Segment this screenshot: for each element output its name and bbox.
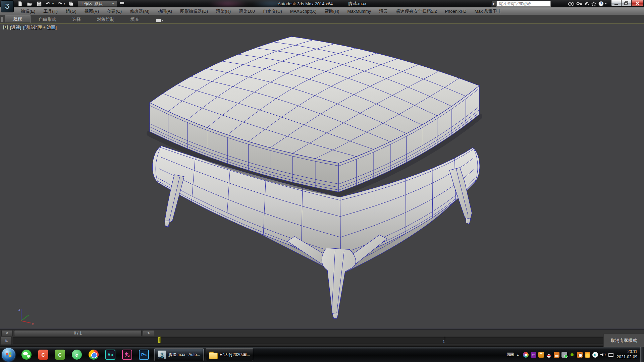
taskbar-app-wechat[interactable]: [18, 348, 35, 361]
menu-item[interactable]: Max 杀毒卫士: [471, 7, 505, 15]
search-input[interactable]: [496, 1, 551, 7]
tray-wangwang-icon[interactable]: [554, 352, 559, 358]
current-frame-marker[interactable]: [158, 337, 161, 343]
viewport-menu-shading[interactable]: [明暗处理 + 边面]: [23, 24, 57, 31]
ribbon-tab[interactable]: 建模: [5, 15, 31, 23]
infocenter-search: ▶: [491, 1, 551, 7]
tray-qq-icon[interactable]: [546, 352, 552, 358]
mini-curve-editor-button[interactable]: ⇅: [1, 337, 12, 345]
frame-tick-label: 1: [443, 340, 445, 344]
menu-item[interactable]: 帮助(H): [321, 7, 343, 15]
ottoman-wireframe-model: [0, 23, 644, 329]
undo-button[interactable]: [44, 0, 53, 7]
menu-item[interactable]: 组(G): [62, 7, 80, 15]
ribbon-grip-handle[interactable]: [1, 17, 3, 22]
open-file-button[interactable]: [25, 0, 34, 7]
viewport-menu-plus[interactable]: [+]: [3, 24, 8, 31]
3dsmax-app-button[interactable]: Ӡ: [1, 0, 14, 12]
menu-item[interactable]: 修改器(M): [126, 7, 154, 15]
menu-item[interactable]: 视图(V): [80, 7, 103, 15]
taskbar-clock[interactable]: 20:11 2021-02-09: [617, 349, 637, 360]
ribbon-tab[interactable]: 对象绘制: [89, 16, 122, 23]
close-button[interactable]: [631, 0, 643, 6]
workspace-selector[interactable]: 工作区: 默认 ▾: [78, 1, 117, 7]
search-history-arrow[interactable]: ▶: [491, 1, 496, 7]
save-button[interactable]: [35, 0, 43, 7]
tray-colorful-icon[interactable]: [523, 352, 529, 358]
time-slider-thumb[interactable]: 0 / 1: [14, 330, 142, 336]
tray-usb-drive-icon[interactable]: [538, 352, 544, 358]
tray-screenshot-icon[interactable]: [577, 352, 583, 358]
taskbar-app-camtasia-red[interactable]: C: [35, 348, 52, 361]
tray-clip-purple-icon[interactable]: ✂: [531, 352, 536, 358]
new-file-button[interactable]: [16, 0, 24, 7]
menu-item[interactable]: 渲云: [375, 7, 392, 15]
camtasia-red-icon: C: [38, 350, 48, 360]
menu-item[interactable]: 编辑(E): [17, 7, 39, 15]
ribbon-tab[interactable]: 填充: [122, 16, 147, 23]
ribbon-collapse-button[interactable]: ▾: [156, 19, 164, 22]
tray-volume-icon[interactable]: [600, 352, 606, 358]
minimize-button[interactable]: [611, 0, 621, 6]
menu-item[interactable]: MaxMummy: [343, 7, 375, 15]
communication-center-icon[interactable]: [584, 1, 589, 6]
tray-security-icon[interactable]: [585, 352, 590, 358]
menu-item[interactable]: PhoenixFD: [441, 7, 470, 15]
menu-item[interactable]: 渲染(R): [212, 7, 235, 15]
favorites-star-icon[interactable]: [591, 1, 596, 6]
show-desktop-button[interactable]: [640, 347, 644, 362]
windows-taskbar: CCeAu丸Ps 3MAX脚踏.max - Auto...E:\天竹2020\国…: [0, 347, 644, 362]
tray-eset-icon[interactable]: e: [592, 352, 598, 358]
photoshop-icon: Ps: [139, 350, 149, 360]
taskbar-window-explorer[interactable]: E:\天竹2020\国...: [206, 348, 254, 361]
restore-button[interactable]: [621, 0, 631, 6]
save-icon: [37, 1, 42, 6]
viewport-menu-view[interactable]: [透视]: [10, 24, 21, 31]
undo-dropdown-caret[interactable]: ▾: [52, 2, 55, 5]
time-slider-bar: < 0 / 1 >: [0, 329, 644, 337]
help-icon[interactable]: ?: [598, 1, 607, 6]
ribbon-collapse-caret: ▾: [162, 19, 164, 22]
search-binoculars-icon[interactable]: [568, 1, 574, 6]
taskbar-window-label: E:\天竹2020\国...: [220, 352, 250, 358]
z-axis-label: z: [18, 307, 20, 311]
taskbar-app-audition[interactable]: Au: [102, 348, 119, 361]
tray-network-icon[interactable]: [608, 352, 613, 358]
ribbon-tab[interactable]: 选择: [64, 16, 89, 23]
menu-item[interactable]: MAXScript(X): [286, 7, 321, 15]
redo-button[interactable]: [55, 0, 64, 7]
app-title: Autodesk 3ds Max 2014 x64: [278, 1, 333, 6]
menu-item[interactable]: 渲染100: [235, 7, 259, 15]
menu-item[interactable]: 工具(T): [39, 7, 62, 15]
previous-frame-button[interactable]: <: [1, 330, 13, 336]
wan-icon: 丸: [122, 350, 132, 360]
start-button[interactable]: [2, 348, 15, 362]
menu-item[interactable]: 图形编辑器(D): [176, 7, 212, 15]
next-frame-button[interactable]: >: [143, 330, 154, 336]
ribbon-tab[interactable]: 自由形式: [31, 16, 64, 23]
ribbon-bar: 建模自由形式选择对象绘制填充 ▾: [0, 15, 644, 23]
track-bar-band[interactable]: [13, 337, 644, 344]
menu-item[interactable]: 自定义(U): [259, 7, 286, 15]
menu-item[interactable]: 动画(A): [154, 7, 176, 15]
tray-nvidia-icon[interactable]: [569, 352, 575, 358]
taskbar-app-wan[interactable]: 丸: [119, 348, 136, 361]
taskbar-apps: CCeAu丸Ps: [18, 348, 152, 361]
tray-hidden-icons-icon[interactable]: ▴: [515, 352, 521, 358]
menu-item[interactable]: 极速瘦身安全归档5.2: [392, 7, 441, 15]
subscription-key-icon[interactable]: [576, 1, 582, 6]
cancel-expert-mode-button[interactable]: 取消专家模式: [603, 334, 644, 347]
tray-usb-eject-icon[interactable]: [561, 352, 567, 358]
taskbar-window-3dsmax[interactable]: 3MAX脚踏.max - Auto...: [154, 348, 204, 361]
taskbar-app-photoshop[interactable]: Ps: [136, 348, 152, 361]
taskbar-app-camtasia-green[interactable]: C: [52, 348, 68, 361]
project-folder-button[interactable]: [67, 0, 75, 7]
windows-logo-icon: [6, 352, 11, 357]
taskbar-app-chrome[interactable]: [85, 348, 102, 361]
taskbar-app-browser-360[interactable]: e: [68, 348, 85, 361]
workspace-menu-button[interactable]: [118, 0, 126, 7]
tray-input-method-icon[interactable]: ⌨: [507, 352, 513, 358]
menu-item[interactable]: 创建(C): [103, 7, 126, 15]
redo-dropdown-caret[interactable]: ▾: [64, 2, 66, 5]
viewport-canvas[interactable]: [+] [透视] [明暗处理 + 边面]: [0, 23, 644, 329]
